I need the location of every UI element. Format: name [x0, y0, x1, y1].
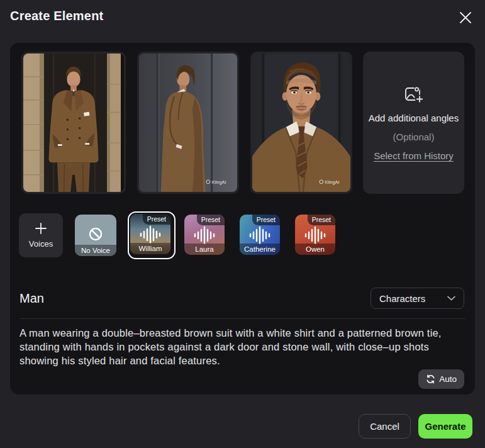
x-icon — [459, 11, 472, 25]
element-name-row: Man Characters — [20, 284, 464, 312]
voice-tile-laura[interactable]: Preset Laura — [184, 215, 225, 255]
voice-tile-william-selected[interactable]: Preset William — [128, 211, 176, 259]
preset-badge: Preset — [197, 215, 225, 225]
photo-profile-image: KlingAI — [139, 53, 237, 192]
voices-label: Voices — [29, 239, 53, 249]
add-image-icon — [403, 84, 425, 104]
element-panel: KlingAI — [10, 43, 475, 395]
waveform-icon — [194, 225, 215, 245]
photo-closeup-image: KlingAI — [252, 53, 350, 192]
voice-tile-label: No Voice — [75, 245, 116, 256]
voice-tile-label: Owen — [295, 244, 335, 255]
waveform-icon — [140, 225, 161, 245]
add-angles-title: Add additional angles — [369, 113, 459, 123]
element-name: Man — [20, 291, 44, 306]
voice-tile-owen[interactable]: Preset Owen — [295, 215, 335, 255]
preset-badge: Preset — [308, 215, 335, 225]
category-value: Characters — [379, 293, 425, 304]
voice-tile-catherine[interactable]: Preset Catherine — [240, 215, 280, 255]
generate-button[interactable]: Generate — [418, 414, 472, 439]
reference-photo-profile[interactable]: KlingAI — [137, 52, 239, 194]
auto-label: Auto — [439, 374, 457, 384]
chevron-down-icon — [447, 296, 455, 301]
voice-tile-label: Catherine — [240, 244, 280, 255]
cancel-button[interactable]: Cancel — [359, 414, 411, 439]
voice-tile-no-voice[interactable]: No Voice — [75, 215, 116, 256]
voice-tile-label: William — [130, 243, 170, 254]
no-voice-icon — [87, 227, 104, 244]
watermark-text: KlingAI — [212, 179, 226, 185]
preset-badge: Preset — [252, 215, 280, 225]
add-angles-optional: (Optional) — [393, 132, 435, 142]
reference-photo-closeup[interactable]: KlingAI — [250, 52, 352, 194]
preset-badge: Preset — [143, 214, 170, 225]
add-angles-card[interactable]: Add additional angles (Optional) Select … — [363, 52, 464, 194]
voice-tile-label: Laura — [184, 244, 225, 255]
add-voice-tile[interactable]: Voices — [19, 213, 63, 257]
dialog-title: Create Element — [10, 9, 103, 23]
plus-icon — [35, 222, 47, 235]
category-dropdown[interactable]: Characters — [371, 288, 464, 309]
auto-button[interactable]: Auto — [418, 369, 464, 389]
waveform-icon — [249, 225, 270, 245]
photo-full-body-image — [23, 53, 124, 192]
waveform-icon — [304, 225, 326, 245]
select-from-history-link[interactable]: Select from History — [374, 150, 454, 161]
auto-refresh-icon — [426, 374, 435, 384]
watermark-text: KlingAI — [325, 179, 340, 185]
create-element-dialog: Create Element — [0, 0, 485, 448]
close-button[interactable] — [457, 9, 474, 26]
divider — [20, 318, 465, 319]
reference-photo-full-body[interactable] — [21, 52, 126, 194]
element-description: A man wearing a double–breasted brown su… — [20, 326, 465, 367]
